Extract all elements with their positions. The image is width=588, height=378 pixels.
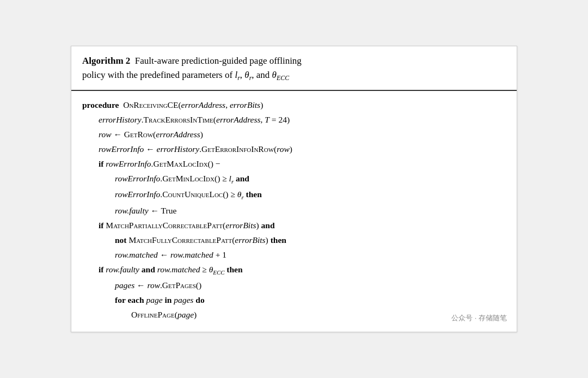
procedure-line: procedure OnReceivingCE(errorAddress, er…	[82, 97, 506, 112]
algorithm-header: Algorithm 2 Fault-aware prediction-guide…	[71, 46, 517, 91]
line-if2: if MatchPartiallyCorrectablePatt(errorBi…	[82, 218, 506, 233]
line-track-errors: errorHistory.TrackErrorsInTime(errorAddr…	[82, 112, 506, 127]
algorithm-container: Algorithm 2 Fault-aware prediction-guide…	[71, 46, 517, 333]
line-assign-faulty: row.faulty ← True	[82, 203, 506, 218]
line-if1-cont2: rowErrorInfo.CountUniqueLoc() ≥ θr then	[82, 187, 506, 203]
line-if2-cont: not MatchFullyCorrectablePatt(errorBits)…	[82, 233, 506, 247]
watermark: 公众号 · 存储随笔	[451, 312, 507, 325]
algorithm-body: procedure OnReceivingCE(errorAddress, er…	[71, 91, 517, 332]
line-foreach: for each page in pages do	[82, 292, 506, 307]
line-offline: OfflinePage(page)	[82, 307, 506, 322]
line-get-row: row ← GetRow(errorAddress)	[82, 127, 506, 142]
line-if1-cont1: rowErrorInfo.GetMinLocIdx() ≥ lr and	[82, 171, 506, 187]
line-get-error-info: rowErrorInfo ← errorHistory.GetErrorInfo…	[82, 142, 506, 156]
line-assign-matched: row.matched ← row.matched + 1	[82, 247, 506, 262]
line-if3: if row.faulty and row.matched ≥ θECC the…	[82, 262, 506, 278]
line-pages: pages ← row.GetPages()	[82, 278, 506, 292]
line-if1: if rowErrorInfo.GetMaxLocIdx() −	[82, 156, 506, 171]
algorithm-title: Algorithm 2 Fault-aware prediction-guide…	[82, 54, 506, 83]
